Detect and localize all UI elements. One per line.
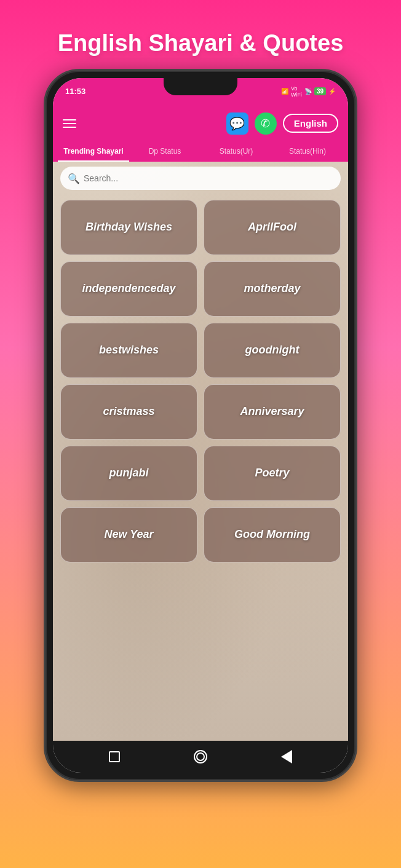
grid-label-poetry: Poetry xyxy=(250,461,294,485)
grid-item-christmas[interactable]: cristmass xyxy=(60,384,197,440)
top-icons: English xyxy=(226,112,338,135)
nav-back-button[interactable] xyxy=(278,748,295,765)
grid-item-goodmorning[interactable]: Good Morning xyxy=(204,507,341,562)
tab-dp[interactable]: Dp Status xyxy=(129,142,200,162)
grid-label-goodmorning: Good Morning xyxy=(229,523,315,546)
grid-item-bestwishes[interactable]: bestwishes xyxy=(60,323,197,378)
grid-item-punjabi[interactable]: punjabi xyxy=(60,446,197,501)
grid-label-april: AprilFool xyxy=(243,215,301,239)
tabs: Trending Shayari Dp Status Status(Ur) St… xyxy=(53,142,348,162)
phone-frame: 11:53 📶 VoWiFi 📡 39 ⚡ xyxy=(44,69,357,782)
signal-icon: 📶 xyxy=(281,88,288,95)
charging-icon: ⚡ xyxy=(328,88,336,95)
grid-item-independence[interactable]: independenceday xyxy=(60,261,197,317)
grid-label-independence: independenceday xyxy=(77,277,180,301)
grid-item-april[interactable]: AprilFool xyxy=(204,200,341,255)
page-title: English Shayari & Quotes xyxy=(58,30,344,58)
bottom-nav xyxy=(53,741,348,773)
nav-recents-button[interactable] xyxy=(106,748,123,765)
tab-status-ur[interactable]: Status(Ur) xyxy=(200,142,272,162)
english-button[interactable]: English xyxy=(283,114,338,133)
grid-item-birthday[interactable]: Birthday Wishes xyxy=(60,200,197,255)
grid-item-goodnight[interactable]: goodnight xyxy=(204,323,341,378)
whatsapp-icon[interactable] xyxy=(255,112,277,135)
content-area: 🔍 Birthday Wishes AprilFool independence… xyxy=(53,162,348,741)
grid-item-anniversary[interactable]: Anniversary xyxy=(204,384,341,440)
status-time: 11:53 xyxy=(65,87,85,96)
search-icon: 🔍 xyxy=(68,172,80,184)
vo-wifi-text: VoWiFi xyxy=(291,85,302,98)
nav-home-button[interactable] xyxy=(192,748,209,765)
grid-item-poetry[interactable]: Poetry xyxy=(204,446,341,501)
chat-icon[interactable] xyxy=(226,112,248,135)
grid-item-motherday[interactable]: motherday xyxy=(204,261,341,317)
search-input[interactable] xyxy=(60,167,341,190)
grid-label-motherday: motherday xyxy=(239,277,305,301)
grid-label-birthday: Birthday Wishes xyxy=(81,215,177,239)
grid-label-newyear: New Year xyxy=(99,523,158,546)
screen: 11:53 📶 VoWiFi 📡 39 ⚡ xyxy=(53,78,348,773)
tab-status-hin[interactable]: Status(Hin) xyxy=(272,142,343,162)
hamburger-menu[interactable] xyxy=(63,119,76,128)
grid-label-bestwishes: bestwishes xyxy=(94,338,164,362)
battery-indicator: 39 xyxy=(314,87,326,95)
status-icons: 📶 VoWiFi 📡 39 ⚡ xyxy=(281,85,336,98)
notch xyxy=(164,78,237,95)
category-grid: Birthday Wishes AprilFool independenceda… xyxy=(53,195,348,572)
grid-label-punjabi: punjabi xyxy=(105,461,154,485)
tab-trending[interactable]: Trending Shayari xyxy=(58,142,129,162)
top-bar: English xyxy=(53,105,348,142)
status-bar: 11:53 📶 VoWiFi 📡 39 ⚡ xyxy=(53,78,348,105)
search-bar: 🔍 xyxy=(53,162,348,195)
grid-item-newyear[interactable]: New Year xyxy=(60,507,197,562)
grid-label-goodnight: goodnight xyxy=(240,338,304,362)
wifi-icon: 📡 xyxy=(304,88,312,95)
grid-label-anniversary: Anniversary xyxy=(235,400,309,424)
grid-label-christmas: cristmass xyxy=(98,400,159,424)
